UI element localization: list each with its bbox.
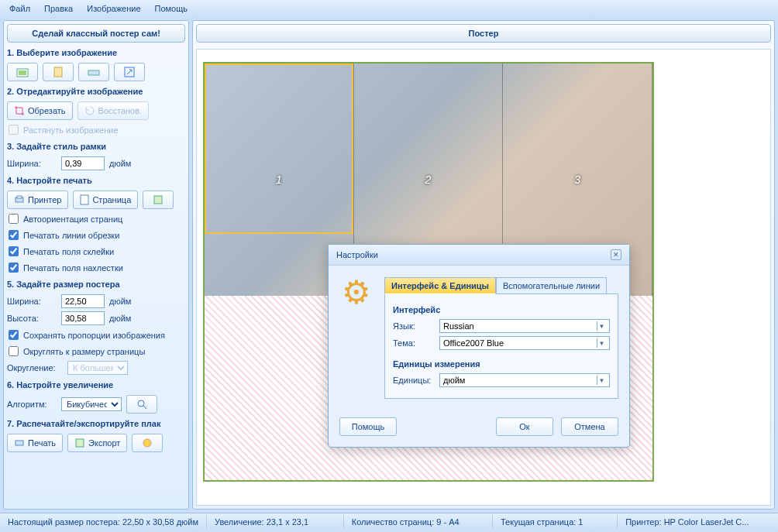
restore-button: Восстанов. xyxy=(77,101,150,120)
glue-margins-checkbox[interactable]: Печатать поля склейки xyxy=(7,245,185,258)
poster-width-input[interactable] xyxy=(61,294,105,308)
svg-point-9 xyxy=(138,400,144,407)
page-settings-button[interactable] xyxy=(143,190,174,209)
auto-orient-checkbox[interactable]: Автоориентация страниц xyxy=(7,212,185,225)
overlap-margins-checkbox[interactable]: Печатать поля нахлестки xyxy=(7,261,185,274)
svg-rect-10 xyxy=(15,441,23,445)
rounding-label: Округление: xyxy=(7,363,63,372)
step1-title: 1. Выберите изображение xyxy=(7,46,185,60)
step5-title: 5. Задайте размер постера xyxy=(7,277,185,291)
svg-rect-8 xyxy=(154,196,162,204)
chevron-down-icon: ▼ xyxy=(597,376,606,385)
svg-rect-6 xyxy=(17,196,22,198)
menubar: Файл Правка Изображение Помощь xyxy=(0,0,778,17)
export-settings-button[interactable] xyxy=(132,434,163,452)
border-width-input[interactable] xyxy=(61,156,105,170)
paste-button[interactable] xyxy=(43,63,74,81)
poster-height-unit: дюйм xyxy=(109,314,131,323)
theme-label: Тема: xyxy=(393,338,439,348)
svg-rect-2 xyxy=(54,67,62,77)
step6-title: 6. Настройте увеличение xyxy=(7,378,185,392)
preview-zoom-button[interactable] xyxy=(126,395,157,414)
dialog-cancel-button[interactable]: Отмена xyxy=(561,417,618,436)
printer-button[interactable]: Принтер xyxy=(7,190,68,209)
step2-title: 2. Отредактируйте изображение xyxy=(7,84,185,98)
step7-title: 7. Распечатайте/экспортируйте плак xyxy=(7,417,185,431)
close-icon[interactable]: ✕ xyxy=(611,249,621,260)
poster-width-label: Ширина: xyxy=(7,297,57,306)
dialog-panel: Интерфейс Язык: Russian▼ Тема: Office200… xyxy=(384,293,618,399)
statusbar: Настоящий размер постера: 22,50 x 30,58 … xyxy=(0,513,778,530)
crop-button[interactable]: Обрезать xyxy=(7,101,73,120)
border-unit: дюйм xyxy=(109,159,131,168)
svg-rect-1 xyxy=(19,70,26,75)
stretch-checkbox[interactable]: Растянуть изображение xyxy=(7,123,185,136)
group-interface: Интерфейс xyxy=(393,305,610,314)
tab-interface-units[interactable]: Интерфейс & Единицы xyxy=(384,277,496,294)
dialog-title: Настройки xyxy=(336,250,378,259)
menu-edit[interactable]: Правка xyxy=(38,2,79,15)
svg-point-12 xyxy=(143,439,151,447)
step4-title: 4. Настройте печать xyxy=(7,173,185,187)
svg-rect-3 xyxy=(88,70,99,75)
crop-lines-checkbox[interactable]: Печатать линии обрезки xyxy=(7,228,185,242)
dialog-help-button[interactable]: Помощь xyxy=(339,417,397,436)
poster-height-input[interactable] xyxy=(61,311,105,325)
content-title: Постер xyxy=(196,24,771,43)
units-select[interactable]: дюйм▼ xyxy=(439,373,610,387)
group-units: Единицы измерения xyxy=(393,359,610,369)
sidebar-title-button[interactable]: Сделай классный постер сам! xyxy=(7,24,185,43)
settings-dialog: Настройки ✕ ⚙ Интерфейс & Единицы Вспомо… xyxy=(328,244,630,448)
algorithm-select[interactable]: Бикубическ xyxy=(61,397,122,411)
external-button[interactable] xyxy=(114,63,145,81)
export-button[interactable]: Экспорт xyxy=(67,434,127,452)
language-select[interactable]: Russian▼ xyxy=(439,319,610,333)
rounding-select: К большем xyxy=(67,361,128,375)
svg-rect-7 xyxy=(81,195,88,204)
status-poster-size: Настоящий размер постера: 22,50 x 30,58 … xyxy=(0,515,207,529)
page-button[interactable]: Страница xyxy=(73,190,138,209)
menu-file[interactable]: Файл xyxy=(3,2,36,15)
tab-guides[interactable]: Вспомогательные линии xyxy=(496,277,607,294)
poster-width-unit: дюйм xyxy=(109,297,131,306)
keep-aspect-checkbox[interactable]: Сохранять пропорции изображения xyxy=(7,328,185,342)
poster-height-label: Высота: xyxy=(7,314,57,323)
chevron-down-icon: ▼ xyxy=(597,338,606,348)
scan-button[interactable] xyxy=(78,63,109,81)
gear-icon: ⚙ xyxy=(339,276,374,311)
menu-help[interactable]: Помощь xyxy=(149,2,194,15)
dialog-ok-button[interactable]: Ок xyxy=(496,417,553,436)
status-zoom: Увеличение: 23,1 x 23,1 xyxy=(207,515,344,529)
print-button[interactable]: Печать xyxy=(7,434,63,452)
selection-overlay xyxy=(205,63,353,234)
language-label: Язык: xyxy=(393,321,439,331)
units-label: Единицы: xyxy=(393,376,439,385)
round-page-checkbox[interactable]: Округлять к размеру страницы xyxy=(7,345,185,358)
algorithm-label: Алгоритм: xyxy=(7,400,57,409)
border-width-label: Ширина: xyxy=(7,159,57,168)
menu-image[interactable]: Изображение xyxy=(81,2,146,15)
step3-title: 3. Задайте стиль рамки xyxy=(7,139,185,153)
chevron-down-icon: ▼ xyxy=(597,321,606,331)
status-pages: Количество страниц: 9 - A4 xyxy=(344,515,493,529)
status-current-page: Текущая страница: 1 xyxy=(493,515,618,529)
sidebar: Сделай классный постер сам! 1. Выберите … xyxy=(3,20,189,510)
status-printer: Принтер: HP Color LaserJet C... xyxy=(618,515,778,529)
svg-rect-11 xyxy=(76,439,84,447)
open-image-button[interactable] xyxy=(7,63,38,81)
theme-select[interactable]: Office2007 Blue▼ xyxy=(439,336,610,350)
